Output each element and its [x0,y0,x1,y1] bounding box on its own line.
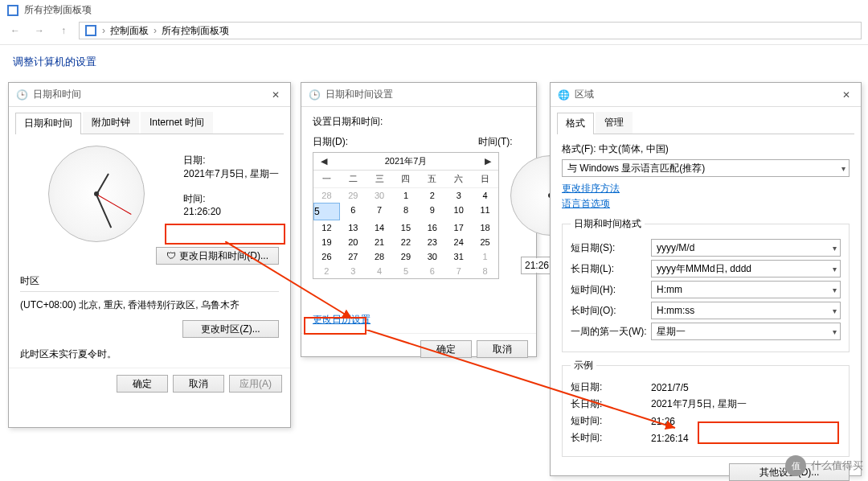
first-dow-select[interactable]: 星期一▾ [651,323,841,340]
calendar-day[interactable]: 4 [366,264,393,278]
calendar-day[interactable]: 31 [445,249,472,264]
ok-button[interactable]: 确定 [117,375,168,393]
calendar-day[interactable]: 28 [313,188,340,203]
calendar-day[interactable]: 16 [419,220,445,235]
calendar-day[interactable]: 30 [366,188,393,203]
calendar-day[interactable]: 21 [366,235,393,249]
calendar-day[interactable]: 11 [472,203,498,220]
calendar-day[interactable]: 19 [313,235,340,249]
calendar[interactable]: ◀ 2021年7月 ▶ 一二三四五六日282930123456789101112… [313,152,499,279]
close-icon[interactable]: ✕ [268,89,284,101]
calendar-day[interactable]: 12 [313,220,340,235]
tab-datetime[interactable]: 日期和时间 [15,113,81,134]
calendar-day[interactable]: 23 [419,235,445,249]
change-calendar-link[interactable]: 更改日历设置 [313,314,371,325]
calendar-day[interactable]: 22 [393,235,420,249]
cal-next-button[interactable]: ▶ [482,156,493,166]
calendar-day[interactable]: 29 [340,188,366,203]
breadcrumb[interactable]: 所有控制面板项 [162,24,229,38]
calendar-day[interactable]: 3 [445,188,472,203]
calendar-day[interactable]: 6 [419,264,445,278]
calendar-day[interactable]: 1 [472,249,498,264]
forward-button[interactable]: → [31,22,48,39]
language-pref-link[interactable]: 语言首选项 [562,198,610,209]
short-date-label: 短日期(S): [571,241,651,255]
tabs: 日期和时间 附加时钟 Internet 时间 [15,112,284,134]
short-date-select[interactable]: yyyy/M/d▾ [651,239,841,257]
datetime-icon: 🕒 [308,88,321,101]
calendar-day[interactable]: 14 [366,220,393,235]
tab-internet-time[interactable]: Internet 时间 [141,112,213,134]
calendar-day[interactable]: 17 [445,220,472,235]
calendar-day[interactable]: 25 [472,235,498,249]
calendar-day[interactable]: 5 [313,203,340,220]
change-sort-link[interactable]: 更改排序方法 [562,183,620,194]
calendar-day[interactable]: 29 [393,249,420,264]
calendar-day[interactable]: 9 [419,203,445,220]
calendar-day[interactable]: 5 [393,264,420,278]
tab-admin[interactable]: 管理 [596,112,633,134]
long-time-select[interactable]: H:mm:ss▾ [651,302,841,319]
window-title: 所有控制面板项 [24,3,92,17]
tab-format[interactable]: 格式 [557,113,594,134]
calendar-day[interactable]: 8 [393,203,420,220]
ex-long-date-label: 长日期: [571,397,651,411]
change-timezone-button[interactable]: 更改时区(Z)... [182,320,279,338]
calendar-day[interactable]: 3 [340,264,366,278]
calendar-day[interactable]: 10 [445,203,472,220]
calendar-day[interactable]: 6 [340,203,366,220]
calendar-day[interactable]: 7 [366,203,393,220]
timezone-value: (UTC+08:00) 北京, 重庆, 香港特别行政区, 乌鲁木齐 [20,298,279,312]
region-dialog: 🌐区域 ✕ 格式 管理 格式(F): 中文(简体, 中国) 与 Windows … [550,82,862,476]
short-time-select[interactable]: H:mm▾ [651,281,841,298]
calendar-day[interactable]: 27 [340,249,366,264]
breadcrumb[interactable]: 控制面板 [110,24,149,38]
back-button[interactable]: ← [6,22,24,39]
short-time-label: 短时间(H): [571,283,651,297]
calendar-dow: 五 [419,171,445,188]
chevron-down-icon: ▾ [833,244,837,253]
up-button[interactable]: ↑ [55,22,72,39]
time-field-label: 时间(T): [478,135,513,149]
calendar-day[interactable]: 13 [340,220,366,235]
shield-icon: 🛡 [166,250,176,261]
calendar-day[interactable]: 4 [472,188,498,203]
date-label: 日期: [183,154,279,167]
calendar-day[interactable]: 15 [393,220,420,235]
set-datetime-heading: 设置日期和时间: [313,115,525,129]
long-date-label: 长日期(L): [571,262,651,276]
calendar-day[interactable]: 20 [340,235,366,249]
ex-short-time-value: 21:26 [651,416,675,427]
calendar-day[interactable]: 28 [366,249,393,264]
close-icon[interactable]: ✕ [838,89,854,101]
address-bar[interactable]: › 控制面板 › 所有控制面板项 [79,22,862,39]
time-value: 21:26:20 [183,206,279,217]
dialog-title: 区域 [575,88,594,101]
format-select[interactable]: 与 Windows 显示语言匹配(推荐)▾ [562,159,850,177]
tab-additional-clocks[interactable]: 附加时钟 [83,112,139,134]
example-legend: 示例 [571,359,596,372]
svg-rect-1 [9,6,17,14]
calendar-day[interactable]: 18 [472,220,498,235]
calendar-day[interactable]: 2 [313,264,340,278]
watermark-text: 什么值得买 [811,458,863,473]
breadcrumb-sep: › [154,25,157,36]
calendar-day[interactable]: 7 [445,264,472,278]
calendar-day[interactable]: 2 [419,188,445,203]
datetime-dialog: 🕒日期和时间 ✕ 日期和时间 附加时钟 Internet 时间 日期: 2021… [8,82,291,428]
cancel-button[interactable]: 取消 [477,340,528,358]
calendar-day[interactable]: 8 [472,264,498,278]
ok-button[interactable]: 确定 [420,340,472,358]
calendar-day[interactable]: 26 [313,249,340,264]
apply-button[interactable]: 应用(A) [229,375,282,393]
cal-prev-button[interactable]: ◀ [318,156,330,166]
long-date-select[interactable]: yyyy年MMMd日, dddd▾ [651,260,841,278]
calendar-day[interactable]: 30 [419,249,445,264]
analog-clock [48,146,145,242]
calendar-day[interactable]: 24 [445,235,472,249]
cancel-button[interactable]: 取消 [173,375,224,393]
calendar-day[interactable]: 1 [393,188,420,203]
change-datetime-button[interactable]: 🛡 更改日期和时间(D)... [156,247,279,265]
control-panel-icon [6,4,19,17]
watermark-icon: 值 [785,455,806,476]
